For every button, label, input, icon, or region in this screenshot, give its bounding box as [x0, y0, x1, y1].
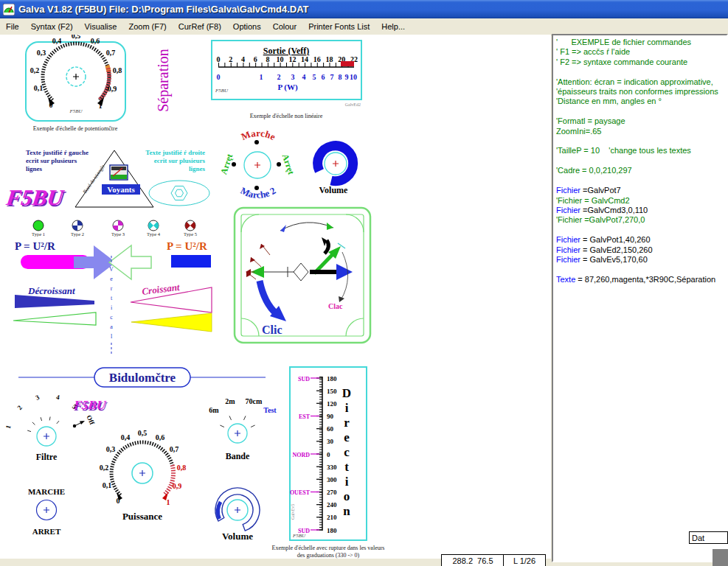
svg-text:e: e [344, 430, 350, 444]
menu-curref[interactable]: CurRef (F8) [173, 20, 227, 33]
file-label: GalvEd2 [345, 102, 361, 107]
sortie-unit: P (W) [277, 83, 298, 92]
svg-text:i: i [111, 304, 113, 311]
croissant-label: Croissant [142, 282, 181, 297]
command-line[interactable]: Fichier = GalvEd2,150,260 [556, 245, 727, 255]
svg-text:0,3: 0,3 [106, 445, 116, 453]
command-line[interactable]: 'Formatl = paysage [556, 116, 727, 126]
command-line[interactable] [556, 107, 727, 116]
sortie-caption: Exemple d'échelle non linéaire [250, 113, 323, 119]
command-line[interactable] [556, 226, 727, 235]
menu-file[interactable]: File [0, 20, 25, 33]
menu-options[interactable]: Options [227, 20, 267, 33]
command-line[interactable]: Texte = 87,260,magenta,*3R90C,Séparation [556, 275, 727, 284]
svg-text:0,6: 0,6 [91, 37, 100, 45]
svg-text:P = U²/R: P = U²/R [15, 240, 55, 252]
decroissant-label: Décroissant [27, 285, 75, 296]
brand-f5bu: F5BU [292, 533, 306, 539]
svg-text:0,1: 0,1 [103, 481, 112, 489]
marche-arret-switch: MARCHE ARRET [28, 487, 65, 536]
svg-text:0,9: 0,9 [108, 85, 117, 93]
svg-text:0,1: 0,1 [34, 84, 44, 92]
volume-bottom-label: Volume [222, 531, 253, 542]
command-line[interactable]: Fichier =GalvCmd3,0,110 [556, 206, 727, 215]
command-line[interactable]: ' F2 => syntaxe commande courante [556, 57, 727, 67]
svg-text:e: e [110, 276, 113, 282]
svg-text:30: 30 [327, 438, 334, 445]
svg-text:3: 3 [35, 394, 41, 402]
menu-zoom[interactable]: Zoom (F7) [122, 20, 172, 33]
menu-help[interactable]: Help... [375, 20, 411, 33]
svg-text:270: 270 [327, 489, 337, 496]
svg-text:Type 1: Type 1 [32, 231, 45, 237]
direction-caption-1: Exemple d'échelle avec rupture dans les … [272, 545, 385, 551]
command-line[interactable]: 'Fichier =GalvPot7,270,0 [556, 215, 727, 225]
svg-text:lignes: lignes [189, 165, 206, 172]
status-coordinates: 288.2 76.5 [441, 554, 505, 566]
menu-printer-fonts[interactable]: Printer Fonts List [302, 20, 375, 33]
command-editor[interactable]: ' EXEMPLE de fichier commandes' F1 => ac… [552, 34, 728, 562]
title-bar[interactable]: Galva V1.82 (F5BU) File: D:\Program File… [0, 0, 728, 18]
command-line[interactable] [556, 67, 727, 77]
lamp-image [110, 165, 128, 180]
command-line[interactable]: 'Cadre = 0,0,210,297 [556, 166, 727, 175]
svg-text:r: r [344, 416, 350, 430]
svg-text:6: 6 [254, 55, 257, 63]
svg-text:0,8: 0,8 [177, 464, 187, 472]
formula-right: P = U²/R [167, 240, 211, 268]
command-line[interactable] [556, 265, 727, 274]
svg-text:10: 10 [350, 73, 357, 81]
command-line[interactable]: 'Distance en mm, angles en ° [556, 97, 727, 106]
bande-label: Bande [226, 451, 250, 461]
command-line[interactable]: Fichier = GalvEv5,170,60 [556, 255, 727, 265]
svg-text:0,9: 0,9 [173, 482, 182, 490]
separation-label: Séparation [155, 49, 172, 112]
marche-switch-dial: Marche Arręt Arręt Marche 2 [218, 127, 297, 200]
svg-text:r: r [111, 285, 113, 292]
command-line[interactable]: 'Attention: écran = indication approxima… [556, 77, 727, 87]
window-title: Galva V1.82 (F5BU) File: D:\Program File… [18, 4, 309, 15]
bidulometre-title: Bidulomčtre [109, 371, 176, 385]
svg-text:V: V [109, 266, 114, 273]
command-line[interactable]: 'Fichier = GalvCmd2 [556, 196, 727, 206]
svg-text:0,4: 0,4 [52, 37, 62, 45]
clic-clac-frame: Clic Clac [235, 208, 370, 343]
svg-text:t: t [111, 295, 113, 301]
svg-text:1: 1 [167, 498, 170, 506]
svg-text:6: 6 [322, 73, 325, 81]
command-line[interactable]: Fichier = GalvPot1,40,260 [556, 235, 727, 245]
svg-text:i: i [345, 401, 349, 415]
ellipse-nut [149, 181, 209, 206]
wedge-yellow [131, 313, 212, 332]
menu-visualise[interactable]: Visualise [79, 20, 123, 33]
status-line-indicator: L 1/26 [503, 554, 546, 566]
menu-colour[interactable]: Colour [267, 20, 302, 33]
drawing-canvas[interactable]: 0 0,1 0,2 0,3 0,4 0,5 0,6 0,7 0,8 0,9 1 … [0, 35, 551, 559]
command-line[interactable] [556, 176, 727, 186]
brand-f5bu: F5BU [215, 88, 229, 94]
command-line[interactable]: Fichier =GalvPot7 [556, 186, 727, 195]
svg-text:NORD: NORD [292, 452, 310, 458]
svg-text:3: 3 [291, 73, 295, 81]
command-line[interactable]: ZoomIni=.65 [556, 127, 727, 136]
command-line[interactable] [556, 136, 727, 146]
menu-syntax[interactable]: Syntax (F2) [25, 20, 79, 33]
svg-text:0,6: 0,6 [156, 433, 165, 441]
svg-text:6m: 6m [209, 406, 219, 414]
direction-caption-2: des graduations (330 -> 0) [297, 552, 360, 559]
dat-tooltip: Dat [689, 531, 728, 544]
svg-text:0,7: 0,7 [106, 49, 116, 57]
svg-text:Texte justifié ŕ gauche: Texte justifié ŕ gauche [26, 149, 89, 156]
command-line[interactable]: ' EXEMPLE de fichier commandes [556, 38, 727, 47]
app-window: Galva V1.82 (F5BU) File: D:\Program File… [0, 0, 728, 566]
svg-text:1: 1 [99, 102, 103, 110]
command-line[interactable] [556, 156, 727, 166]
command-line[interactable]: 'épaisseurs traits non conformes impress… [556, 87, 727, 97]
command-line[interactable]: ' F1 => accčs ŕ l'aide [556, 47, 727, 57]
svg-text:180: 180 [327, 375, 337, 382]
command-line[interactable]: 'TailleP = 10 'change tous les textes [556, 146, 727, 156]
svg-text:SUD: SUD [298, 376, 310, 382]
svg-text:0: 0 [327, 451, 330, 458]
svg-text:150: 150 [327, 388, 337, 395]
svg-text:0,8: 0,8 [113, 66, 122, 74]
